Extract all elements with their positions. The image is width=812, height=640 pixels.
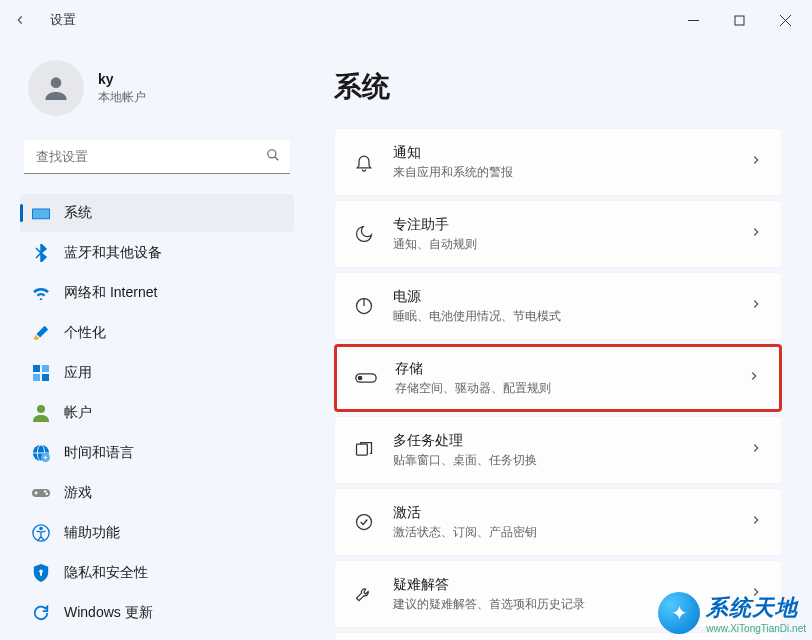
- close-icon: [780, 15, 791, 26]
- svg-point-4: [51, 77, 62, 88]
- nav-item-globe[interactable]: 时间和语言: [20, 434, 294, 472]
- wifi-icon: [32, 284, 50, 302]
- svg-line-6: [275, 157, 279, 161]
- watermark-url: www.XiTongTianDi.net: [706, 623, 806, 634]
- setting-item-power[interactable]: 电源 睡眠、电池使用情况、节电模式: [334, 272, 782, 340]
- nav-item-label: 隐私和安全性: [64, 564, 148, 582]
- svg-rect-1: [735, 16, 744, 25]
- nav-list: 系统蓝牙和其他设备网络和 Internet个性化应用帐户时间和语言游戏辅助功能隐…: [20, 194, 294, 632]
- setting-desc: 存储空间、驱动器、配置规则: [395, 380, 747, 397]
- nav-item-brush[interactable]: 个性化: [20, 314, 294, 352]
- setting-title: 存储: [395, 360, 747, 378]
- setting-desc: 贴靠窗口、桌面、任务切换: [393, 452, 749, 469]
- svg-rect-29: [357, 444, 368, 455]
- setting-desc: 来自应用和系统的警报: [393, 164, 749, 181]
- nav-item-person[interactable]: 帐户: [20, 394, 294, 432]
- setting-item-check[interactable]: 激活 激活状态、订阅、产品密钥: [334, 488, 782, 556]
- minimize-icon: [688, 15, 699, 26]
- main-content: 系统 通知 来自应用和系统的警报 专注助手 通知、自动规则 电源 睡眠、电池使用…: [310, 40, 812, 640]
- nav-item-wifi[interactable]: 网络和 Internet: [20, 274, 294, 312]
- svg-rect-11: [33, 374, 40, 381]
- nav-item-label: 蓝牙和其他设备: [64, 244, 162, 262]
- accessibility-icon: [32, 524, 50, 542]
- setting-title: 专注助手: [393, 216, 749, 234]
- brush-icon: [32, 324, 50, 342]
- search-icon: [266, 148, 280, 166]
- setting-title: 多任务处理: [393, 432, 749, 450]
- svg-point-30: [357, 515, 372, 530]
- update-icon: [32, 604, 50, 622]
- setting-desc: 激活状态、订阅、产品密钥: [393, 524, 749, 541]
- system-icon: [32, 204, 50, 222]
- setting-title: 激活: [393, 504, 749, 522]
- avatar: [28, 60, 84, 116]
- setting-item-multitask[interactable]: 多任务处理 贴靠窗口、桌面、任务切换: [334, 416, 782, 484]
- nav-item-label: 网络和 Internet: [64, 284, 157, 302]
- chevron-right-icon: [749, 153, 763, 171]
- svg-point-5: [268, 150, 276, 158]
- svg-point-28: [358, 376, 361, 379]
- svg-point-22: [39, 527, 43, 531]
- nav-item-label: 应用: [64, 364, 92, 382]
- gamepad-icon: [32, 484, 50, 502]
- search-box: [24, 140, 290, 174]
- nav-item-label: 游戏: [64, 484, 92, 502]
- setting-desc: 通知、自动规则: [393, 236, 749, 253]
- setting-title: 电源: [393, 288, 749, 306]
- nav-item-bluetooth[interactable]: 蓝牙和其他设备: [20, 234, 294, 272]
- svg-rect-10: [42, 365, 49, 372]
- user-profile[interactable]: ky 本地帐户: [28, 60, 286, 116]
- back-button[interactable]: [0, 0, 40, 40]
- storage-icon: [355, 367, 377, 389]
- bell-icon: [353, 151, 375, 173]
- setting-item-bell[interactable]: 通知 来自应用和系统的警报: [334, 128, 782, 196]
- setting-title: 疑难解答: [393, 576, 749, 594]
- app-title: 设置: [50, 11, 76, 29]
- chevron-right-icon: [749, 441, 763, 459]
- user-name: ky: [98, 71, 146, 87]
- svg-rect-9: [33, 365, 40, 372]
- chevron-right-icon: [749, 297, 763, 315]
- minimize-button[interactable]: [670, 4, 716, 36]
- nav-item-grid[interactable]: 应用: [20, 354, 294, 392]
- svg-point-19: [44, 490, 46, 492]
- user-account-type: 本地帐户: [98, 89, 146, 106]
- setting-title: 通知: [393, 144, 749, 162]
- watermark-text: 系统天地: [706, 593, 806, 623]
- multitask-icon: [353, 439, 375, 461]
- setting-item-storage[interactable]: 存储 存储空间、驱动器、配置规则: [334, 344, 782, 412]
- sidebar: ky 本地帐户 系统蓝牙和其他设备网络和 Internet个性化应用帐户时间和语…: [0, 40, 310, 640]
- nav-item-label: Windows 更新: [64, 604, 153, 622]
- nav-item-accessibility[interactable]: 辅助功能: [20, 514, 294, 552]
- globe-icon: [32, 444, 50, 462]
- watermark-logo-icon: ✦: [658, 592, 700, 634]
- svg-point-20: [46, 493, 48, 495]
- search-input[interactable]: [24, 140, 290, 174]
- chevron-right-icon: [747, 369, 761, 387]
- nav-item-gamepad[interactable]: 游戏: [20, 474, 294, 512]
- svg-rect-24: [40, 572, 42, 576]
- check-icon: [353, 511, 375, 533]
- nav-item-label: 辅助功能: [64, 524, 120, 542]
- nav-item-update[interactable]: Windows 更新: [20, 594, 294, 632]
- svg-rect-12: [42, 374, 49, 381]
- maximize-icon: [734, 15, 745, 26]
- maximize-button[interactable]: [716, 4, 762, 36]
- power-icon: [353, 295, 375, 317]
- chevron-right-icon: [749, 225, 763, 243]
- svg-rect-8: [33, 209, 49, 218]
- setting-desc: 睡眠、电池使用情况、节电模式: [393, 308, 749, 325]
- nav-item-label: 系统: [64, 204, 92, 222]
- grid-icon: [32, 364, 50, 382]
- setting-item-moon[interactable]: 专注助手 通知、自动规则: [334, 200, 782, 268]
- watermark: ✦ 系统天地 www.XiTongTianDi.net: [658, 592, 806, 634]
- person-icon: [40, 72, 72, 104]
- nav-item-system[interactable]: 系统: [20, 194, 294, 232]
- close-button[interactable]: [762, 4, 808, 36]
- person-icon: [32, 404, 50, 422]
- nav-item-shield[interactable]: 隐私和安全性: [20, 554, 294, 592]
- bluetooth-icon: [32, 244, 50, 262]
- moon-icon: [353, 223, 375, 245]
- nav-item-label: 个性化: [64, 324, 106, 342]
- nav-item-label: 帐户: [64, 404, 92, 422]
